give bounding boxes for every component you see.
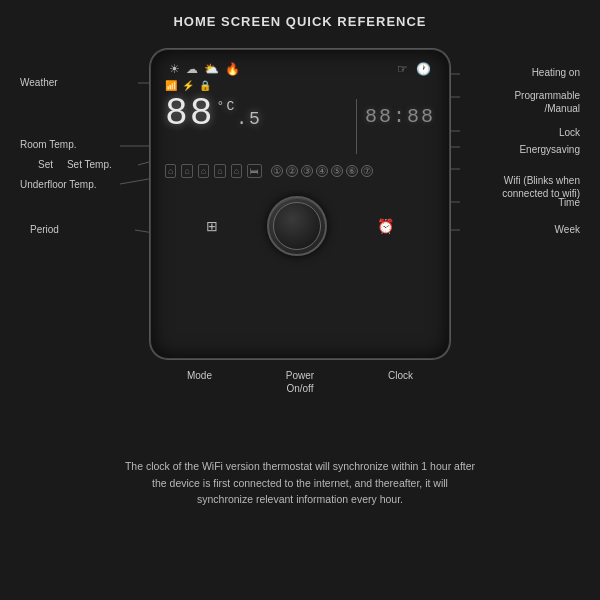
diagram-wrapper: Weather Room Temp. Set Set Temp. Underfl… <box>20 39 580 429</box>
period-icon-3: ⌂ <box>198 164 209 178</box>
weather-icons: ☀ ☁ ⛅ 🔥 <box>169 62 240 76</box>
week-num-6: ⑥ <box>346 165 358 177</box>
label-power: Power On/off <box>286 369 314 395</box>
period-icon-1: ⌂ <box>165 164 176 178</box>
main-display-area: 88°C.5 88:88 <box>151 93 449 160</box>
temp-decimal: .5 <box>236 109 262 129</box>
footer-text: The clock of the WiFi version thermostat… <box>95 429 505 508</box>
label-weather: Weather <box>20 77 58 88</box>
right-status-icons: ☞ 🕐 <box>397 62 431 76</box>
period-icon-2: ⌂ <box>181 164 192 178</box>
cloud-icon: ☁ <box>186 62 198 76</box>
page-title: HOME SCREEN QUICK REFERENCE <box>0 0 600 39</box>
main-area: Weather Room Temp. Set Set Temp. Underfl… <box>0 39 600 508</box>
period-icon-4: ⌂ <box>214 164 225 178</box>
week-num-3: ③ <box>301 165 313 177</box>
label-underfloor: Underfloor Temp. <box>20 179 97 190</box>
label-clock: Clock <box>388 369 413 395</box>
clock-icon-bottom[interactable]: ⏰ <box>377 218 394 234</box>
hand-icon: ☞ <box>397 62 408 76</box>
icon-row-top: ☀ ☁ ⛅ 🔥 ☞ 🕐 <box>151 50 449 80</box>
week-num-7: ⑦ <box>361 165 373 177</box>
label-lock: Lock <box>559 127 580 138</box>
sun-icon: ☀ <box>169 62 180 76</box>
battery-icon: ⚡ <box>182 80 194 91</box>
wifi-icon: 📶 <box>165 80 177 91</box>
lock-icon: 🔒 <box>199 80 211 91</box>
label-room-temp: Room Temp. <box>20 139 77 150</box>
label-prog-manual: Programmable /Manual <box>514 89 580 115</box>
display-divider <box>356 99 357 154</box>
label-energy-saving: Energysaving <box>519 144 580 155</box>
week-num-4: ④ <box>316 165 328 177</box>
time-display-area: 88:88 <box>365 95 435 128</box>
week-numbers: ① ② ③ ④ ⑤ ⑥ ⑦ <box>271 165 373 177</box>
power-inner-circle <box>273 202 321 250</box>
thermostat-device: ☀ ☁ ⛅ 🔥 ☞ 🕐 📶 ⚡ 🔒 <box>150 49 450 359</box>
week-num-1: ① <box>271 165 283 177</box>
period-icons-row: ⌂ ⌂ ⌂ ⌂ ⌂ 🛏 ① ② ③ ④ ⑤ ⑥ ⑦ <box>151 160 449 182</box>
period-icon-bed: 🛏 <box>247 164 262 178</box>
power-button[interactable] <box>267 196 327 256</box>
temperature-display: 88°C.5 <box>165 95 348 133</box>
mode-icon[interactable]: ⊞ <box>206 218 218 234</box>
flame-icon: 🔥 <box>225 62 240 76</box>
period-icon-5: ⌂ <box>231 164 242 178</box>
week-num-5: ⑤ <box>331 165 343 177</box>
clock-icon-top: 🕐 <box>416 62 431 76</box>
bottom-labels: Mode Power On/off Clock <box>150 369 450 395</box>
time-value: 88:88 <box>365 105 435 128</box>
cloud-rain-icon: ⛅ <box>204 62 219 76</box>
temp-unit: °C <box>217 99 237 114</box>
label-period: Period <box>30 224 59 235</box>
label-mode: Mode <box>187 369 212 395</box>
label-set-temp: Set Set Temp. <box>38 159 112 170</box>
label-wifi: Wifi (Blinks when connected to wifi) <box>502 161 580 200</box>
week-num-2: ② <box>286 165 298 177</box>
button-area: ⊞ ⏰ <box>151 182 449 266</box>
page-container: HOME SCREEN QUICK REFERENCE <box>0 0 600 508</box>
label-heating-on: Heating on <box>532 67 580 78</box>
label-week: Week <box>555 224 580 235</box>
label-time: Time <box>558 197 580 208</box>
temp-value: 88°C.5 <box>165 95 348 133</box>
